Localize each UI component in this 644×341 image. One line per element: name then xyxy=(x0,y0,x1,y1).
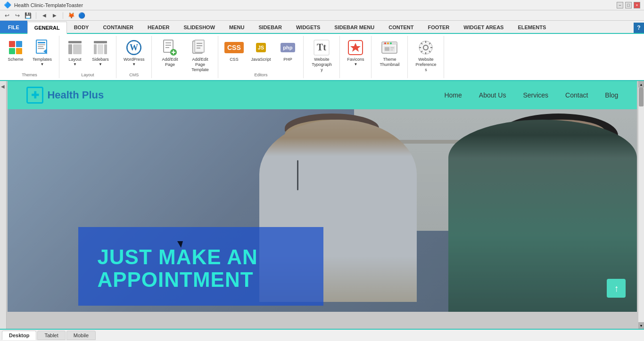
javascript-button[interactable]: JS JavaScript xyxy=(248,37,274,65)
svg-rect-37 xyxy=(382,42,397,45)
editors-items: CSS CSS JS JavaScript php PHP xyxy=(222,37,299,72)
nav-services[interactable]: Services xyxy=(523,91,548,99)
tab-mobile[interactable]: Mobile xyxy=(66,331,96,340)
hero-title: JUST MAKE AN APPOINTMENT xyxy=(97,246,305,292)
undo-button[interactable]: ↩ xyxy=(3,11,11,20)
title-bar: 🔷 Health Clinic-TemplateToaster − □ × xyxy=(0,0,644,10)
scheme-button[interactable]: Scheme xyxy=(4,37,27,65)
pages-items: Add/Edit Page Add/Edit Page Template xyxy=(156,37,214,76)
css-icon: CSS xyxy=(225,39,242,56)
website-preferences-button[interactable]: Website Preferences xyxy=(412,37,440,74)
theme-thumbnail-button[interactable]: Theme Thumbnail xyxy=(375,37,404,70)
php-label: PHP xyxy=(283,57,292,62)
back-to-top-button[interactable]: ↑ xyxy=(607,279,626,298)
php-button[interactable]: php PHP xyxy=(276,37,299,65)
redo-button[interactable]: ↪ xyxy=(13,11,22,20)
tab-container[interactable]: CONTAINER xyxy=(96,21,140,33)
tab-desktop[interactable]: Desktop xyxy=(2,331,36,340)
sidebars-button[interactable]: Sidebars ▼ xyxy=(89,37,112,69)
scrollbar-up-button[interactable]: ▲ xyxy=(638,81,644,88)
favicons-items: Favicons ▼ xyxy=(344,37,367,77)
add-edit-page-label: Add/Edit Page xyxy=(159,57,181,67)
tab-body[interactable]: BODY xyxy=(67,21,96,33)
wordpress-button[interactable]: W WordPress ▼ xyxy=(120,37,148,69)
website-preferences-icon xyxy=(417,39,434,56)
svg-point-40 xyxy=(390,42,392,44)
ribbon-group-editors: CSS CSS JS JavaScript php PHP Editors xyxy=(218,36,304,78)
templates-label: Templates xyxy=(33,57,52,62)
tab-tablet[interactable]: Tablet xyxy=(37,331,65,340)
nav-home[interactable]: Home xyxy=(444,91,462,99)
ribbon-tabs: FILE GENERAL BODY CONTAINER HEADER SLIDE… xyxy=(0,21,644,34)
svg-rect-12 xyxy=(73,44,82,54)
tab-widget-areas[interactable]: WIDGET AREAS xyxy=(456,21,511,33)
tab-header[interactable]: HEADER xyxy=(140,21,176,33)
scrollbar-track[interactable] xyxy=(638,88,644,322)
close-button[interactable]: × xyxy=(634,2,640,8)
forward-button[interactable]: ▶ xyxy=(50,11,59,20)
maximize-button[interactable]: □ xyxy=(625,2,632,8)
sidebar-toggle[interactable]: ◀ xyxy=(0,81,7,329)
website-prefs-items: Website Preferences xyxy=(412,37,440,77)
layout-button[interactable]: Layout ▼ xyxy=(63,37,87,69)
ribbon-group-layout: Layout ▼ Sidebars ▼ Layout xyxy=(59,36,116,78)
tab-elements[interactable]: ELEMENTS xyxy=(511,21,553,33)
logo-icon: ✚ xyxy=(26,87,43,104)
tab-widgets[interactable]: WIDGETS xyxy=(289,21,327,33)
nav-blog[interactable]: Blog xyxy=(605,91,618,99)
save-button[interactable]: 💾 xyxy=(24,11,32,20)
scrollbar-down-button[interactable]: ▼ xyxy=(638,322,644,329)
minimize-button[interactable]: − xyxy=(617,2,623,8)
tab-general[interactable]: GENERAL xyxy=(27,22,67,34)
site-menu: Home About Us Services Contact Blog xyxy=(444,91,618,99)
site-logo: ✚ Health Plus xyxy=(26,87,104,104)
cms-group-label: CMS xyxy=(120,73,148,77)
ribbon-group-theme-thumbnail: Theme Thumbnail xyxy=(372,36,408,78)
main-scrollbar: ▲ ▼ xyxy=(638,81,644,329)
svg-point-38 xyxy=(384,42,386,44)
ribbon-group-favicons: Favicons ▼ xyxy=(340,36,372,78)
title-bar-controls: − □ × xyxy=(617,2,640,8)
css-button[interactable]: CSS CSS xyxy=(222,37,246,65)
theme-thumbnail-items: Theme Thumbnail xyxy=(375,37,404,77)
templates-button[interactable]: Templates ▼ xyxy=(29,37,55,69)
tab-menu[interactable]: MENU xyxy=(222,21,251,33)
tab-file[interactable]: FILE xyxy=(0,21,27,33)
window-title: Health Clinic-TemplateToaster xyxy=(14,2,83,8)
svg-rect-5 xyxy=(38,42,45,43)
nav-contact[interactable]: Contact xyxy=(565,91,588,99)
nav-about[interactable]: About Us xyxy=(479,91,506,99)
hero-title-line1: JUST MAKE AN xyxy=(97,246,305,268)
layout-icon xyxy=(66,39,83,56)
layout-label: Layout xyxy=(69,57,82,62)
svg-rect-11 xyxy=(68,44,72,54)
sidebar-toggle-icon: ◀ xyxy=(1,84,5,89)
hero-overlay: JUST MAKE AN APPOINTMENT xyxy=(78,227,323,306)
scrollbar-thumb[interactable] xyxy=(639,88,644,106)
tab-content[interactable]: CONTENT xyxy=(381,21,421,33)
tab-footer[interactable]: FOOTER xyxy=(421,21,456,33)
logo-health: Health xyxy=(47,89,82,101)
website-typography-icon: Tt xyxy=(313,39,330,56)
layout-group-label: Layout xyxy=(63,73,112,77)
tab-sidebar-menu[interactable]: SIDEBAR MENU xyxy=(327,21,381,33)
add-edit-template-label: Add/Edit Page Template xyxy=(189,57,211,72)
back-button[interactable]: ◀ xyxy=(40,11,49,20)
website-typography-button[interactable]: Tt Website Typography xyxy=(307,37,336,74)
wp-icon: 🔵 xyxy=(77,11,86,20)
add-edit-page-button[interactable]: Add/Edit Page xyxy=(156,37,184,70)
app-icon: 🔷 xyxy=(4,1,11,8)
add-edit-template-button[interactable]: Add/Edit Page Template xyxy=(186,37,214,74)
tab-slideshow[interactable]: SLIDESHOW xyxy=(176,21,222,33)
theme-thumbnail-icon xyxy=(381,39,398,56)
favicons-button[interactable]: Favicons ▼ xyxy=(344,37,367,69)
ribbon-group-pages: Add/Edit Page Add/Edit Page Template xyxy=(152,36,218,78)
tab-sidebar[interactable]: SIDEBAR xyxy=(251,21,289,33)
main-area: ◀ ✚ Health Plus Home About Us Services C… xyxy=(0,81,644,329)
help-button[interactable]: ? xyxy=(634,23,644,33)
themes-group-label: Themes xyxy=(4,73,55,77)
theme-thumbnail-label: Theme Thumbnail xyxy=(379,57,400,67)
logo-plus: Plus xyxy=(82,89,104,101)
website-typography-label: Website Typography xyxy=(311,57,332,72)
sidebars-label: Sidebars xyxy=(92,57,109,62)
